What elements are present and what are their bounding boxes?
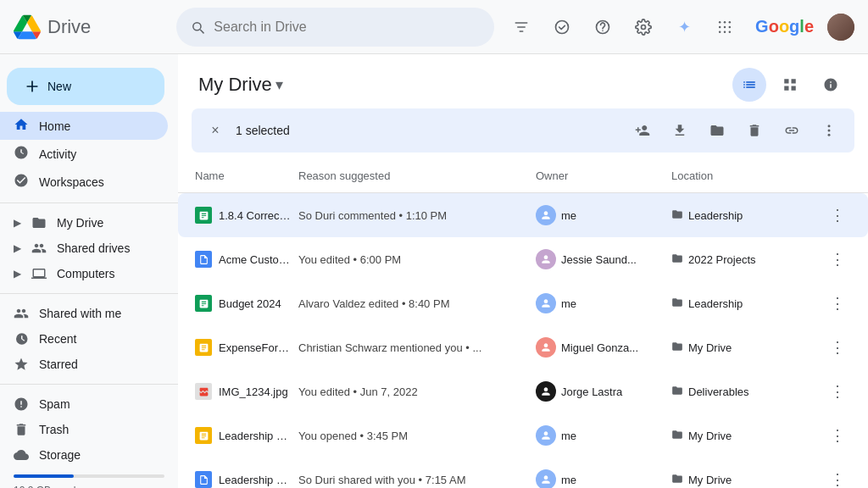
more-actions[interactable] (814, 115, 844, 146)
cell-reason: You opened • 3:45 PM (295, 421, 532, 451)
delete-action[interactable] (739, 115, 770, 146)
svg-point-6 (719, 25, 721, 28)
location-icon (671, 473, 683, 487)
starred-icon (14, 357, 29, 372)
apps-icon[interactable] (708, 10, 742, 44)
cell-reason: So Duri commented • 1:10 PM (295, 201, 532, 230)
table-row[interactable]: Leadership Deck (3) So Duri shared with … (178, 458, 868, 488)
more-options-button[interactable]: ⋮ (824, 246, 851, 273)
location-icon (671, 341, 683, 355)
cell-location: Deliverables (668, 376, 821, 408)
info-icon (823, 77, 838, 92)
more-options-button[interactable]: ⋮ (824, 334, 851, 361)
file-rows-container: 1.8.4 Corrective Maintenance Request So … (178, 193, 868, 488)
trash-icon (14, 422, 29, 437)
sidebar-item-workspaces[interactable]: Workspaces (0, 168, 168, 196)
sidebar-item-spam[interactable]: Spam (0, 391, 168, 417)
drive-title-text: My Drive (198, 74, 272, 96)
svg-point-4 (724, 20, 726, 23)
spark-icon[interactable]: ✦ (667, 10, 701, 44)
location-name: Deliverables (688, 385, 749, 398)
filter-icon[interactable] (504, 10, 538, 44)
cell-reason: You edited • Jun 7, 2022 (295, 377, 532, 407)
svg-point-10 (724, 30, 726, 33)
table-header: Name Reason suggested Owner Location (178, 159, 868, 193)
chevron-right-icon: ▶ (14, 217, 21, 229)
file-name: Budget 2024 (219, 297, 281, 310)
sidebar-item-my-drive[interactable]: ▶ My Drive (0, 210, 168, 236)
cell-more: ⋮ (821, 325, 854, 369)
cell-location: My Drive (668, 332, 821, 363)
drive-title[interactable]: My Drive ▾ (198, 74, 283, 96)
table-row[interactable]: ExpenseForm_Daisy.Gentile_2018 Christian… (178, 325, 868, 369)
col-owner: Owner (532, 163, 668, 189)
avatar[interactable] (827, 14, 854, 41)
table-row[interactable]: Budget 2024 Alvaro Valdez edited • 8:40 … (178, 281, 868, 325)
more-options-button[interactable]: ⋮ (824, 378, 851, 405)
svg-point-0 (556, 20, 569, 33)
my-drive-icon (31, 215, 47, 230)
more-options-button[interactable]: ⋮ (824, 202, 851, 229)
table-row[interactable]: IMG_1234.jpg You edited • Jun 7, 2022 Jo… (178, 369, 868, 413)
table-row[interactable]: 1.8.4 Corrective Maintenance Request So … (178, 193, 868, 237)
more-options-button[interactable]: ⋮ (824, 466, 851, 488)
storage-bar-container: 12.3 GB used (0, 468, 178, 488)
grid-view-button[interactable] (773, 68, 807, 102)
info-button[interactable] (814, 68, 848, 102)
cell-more: ⋮ (821, 458, 854, 488)
search-input[interactable] (214, 19, 481, 35)
cell-reason: So Duri shared with you • 7:15 AM (295, 465, 532, 489)
location-icon (671, 429, 683, 443)
svg-point-14 (828, 134, 831, 136)
table-row[interactable]: Acme Customer List You edited • 6:00 PM … (178, 237, 868, 281)
cell-name: 1.8.4 Corrective Maintenance Request (192, 198, 295, 232)
logo: Drive (14, 14, 166, 41)
search-icon (190, 19, 205, 36)
owner-avatar (536, 337, 556, 358)
settings-icon[interactable] (626, 10, 660, 44)
sidebar-item-home[interactable]: Home (0, 112, 168, 140)
file-name: Acme Customer List (219, 253, 292, 266)
file-name: IMG_1234.jpg (219, 385, 288, 398)
cell-name: Budget 2024 (192, 286, 295, 320)
sidebar-item-starred[interactable]: Starred (0, 352, 168, 377)
cell-more: ⋮ (821, 369, 854, 413)
add-person-action[interactable] (627, 115, 658, 146)
sidebar-item-computers[interactable]: ▶ Computers (0, 261, 168, 286)
location-name: Leadership (688, 297, 743, 310)
sidebar-item-trash[interactable]: Trash (0, 417, 168, 442)
download-action[interactable] (665, 115, 695, 146)
sidebar-item-activity[interactable]: Activity (0, 140, 168, 168)
cell-owner: me (532, 417, 668, 454)
sidebar-item-shared-drives[interactable]: ▶ Shared drives (0, 236, 168, 261)
col-location: Location (668, 163, 821, 189)
more-options-button[interactable]: ⋮ (824, 290, 851, 317)
move-action[interactable] (702, 115, 732, 146)
owner-avatar (536, 469, 556, 488)
cell-location: Leadership (668, 200, 821, 231)
spam-icon (14, 396, 29, 412)
selection-close-button[interactable]: × (202, 117, 229, 144)
location-icon (671, 297, 683, 311)
owner-avatar (536, 381, 556, 402)
list-view-button[interactable] (732, 68, 766, 102)
location-icon (671, 252, 683, 267)
more-options-button[interactable]: ⋮ (824, 422, 851, 449)
check-circle-icon[interactable] (545, 10, 579, 44)
col-name: Name (192, 163, 295, 189)
storage-icon (14, 447, 29, 463)
sidebar-item-recent[interactable]: Recent (0, 326, 168, 352)
chevron-right-icon-3: ▶ (14, 268, 21, 280)
topbar: Drive ✦ Google (0, 0, 868, 54)
storage-used-text: 12.3 GB used (14, 485, 75, 488)
search-bar[interactable] (176, 8, 494, 47)
sidebar-item-shared-with-me[interactable]: Shared with me (0, 301, 168, 326)
link-action[interactable] (776, 115, 807, 146)
new-button[interactable]: New (7, 68, 164, 105)
content-area: My Drive ▾ × 1 selected (178, 54, 868, 488)
sidebar-divider-2 (0, 293, 178, 294)
table-row[interactable]: Leadership & Organization Updates You op… (178, 413, 868, 458)
sidebar-item-storage[interactable]: Storage (0, 442, 168, 468)
owner-name: Jessie Saund... (561, 253, 637, 266)
help-icon[interactable] (586, 10, 620, 44)
